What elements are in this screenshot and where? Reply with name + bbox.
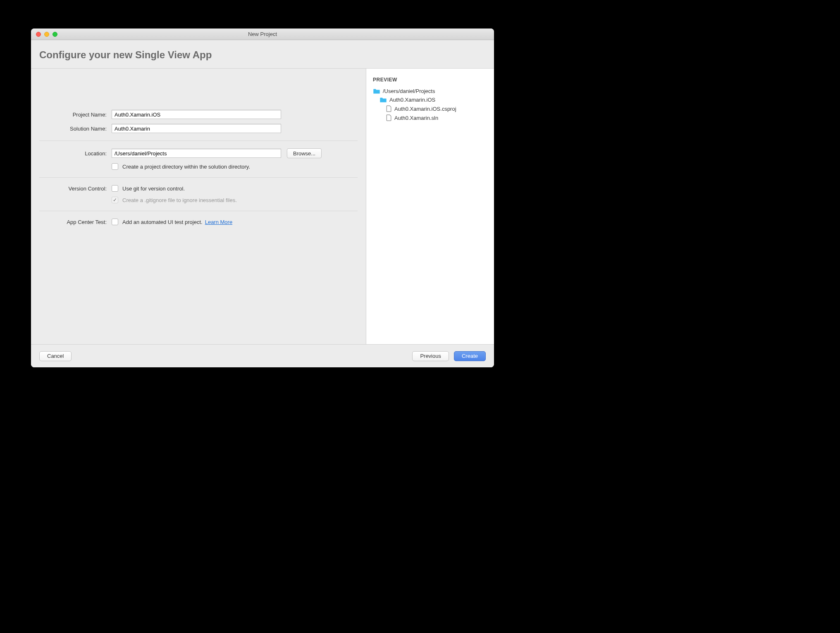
gitignore-label: Create a .gitignore file to ignore iness… bbox=[122, 197, 237, 203]
tree-folder: /Users/daniel/Projects bbox=[373, 87, 487, 95]
section-names: Project Name: Solution Name: bbox=[39, 69, 358, 141]
tree-item-label: /Users/daniel/Projects bbox=[383, 88, 435, 94]
row-use-git: Version Control: Use git for version con… bbox=[39, 185, 358, 192]
row-location: Location: Browse... bbox=[39, 148, 358, 158]
appcenter-label: App Center Test: bbox=[39, 219, 112, 225]
zoom-window-button[interactable] bbox=[52, 32, 57, 37]
section-appcenter: App Center Test: Add an automated UI tes… bbox=[39, 211, 358, 233]
new-project-dialog: New Project Configure your new Single Vi… bbox=[31, 29, 494, 367]
create-button[interactable]: Create bbox=[454, 351, 486, 361]
row-project-name: Project Name: bbox=[39, 110, 358, 119]
use-git-checkbox[interactable] bbox=[112, 185, 118, 192]
window-title: New Project bbox=[31, 31, 494, 37]
row-uitest: App Center Test: Add an automated UI tes… bbox=[39, 219, 358, 225]
project-name-input[interactable] bbox=[112, 110, 281, 119]
learn-more-link[interactable]: Learn More bbox=[205, 219, 232, 225]
project-name-label: Project Name: bbox=[39, 112, 112, 118]
preview-pane: PREVIEW /Users/daniel/Projects Auth0.Xam… bbox=[366, 69, 494, 344]
folder-icon bbox=[373, 88, 380, 94]
section-location: Location: Browse... Create a project dir… bbox=[39, 141, 358, 178]
folder-icon bbox=[379, 97, 387, 103]
dialog-footer: Cancel Previous Create bbox=[31, 344, 494, 367]
tree-item-label: Auth0.Xamarin.iOS.csproj bbox=[394, 106, 456, 112]
row-solution-name: Solution Name: bbox=[39, 124, 358, 133]
solution-name-input[interactable] bbox=[112, 124, 281, 133]
minimize-window-button[interactable] bbox=[44, 32, 49, 37]
version-control-label: Version Control: bbox=[39, 186, 112, 192]
file-icon bbox=[386, 105, 392, 112]
close-window-button[interactable] bbox=[36, 32, 41, 37]
form-pane: Project Name: Solution Name: Location: bbox=[31, 69, 366, 344]
location-input[interactable] bbox=[112, 149, 281, 158]
preview-title: PREVIEW bbox=[373, 77, 487, 83]
tree-item-label: Auth0.Xamarin.sln bbox=[394, 115, 438, 121]
location-label: Location: bbox=[39, 150, 112, 157]
previous-button[interactable]: Previous bbox=[412, 351, 449, 361]
row-create-directory: Create a project directory within the so… bbox=[39, 163, 358, 170]
page-title: Configure your new Single View App bbox=[39, 49, 486, 61]
titlebar: New Project bbox=[31, 29, 494, 40]
dialog-header: Configure your new Single View App bbox=[31, 40, 494, 69]
use-git-label: Use git for version control. bbox=[122, 186, 185, 192]
dialog-body: Project Name: Solution Name: Location: bbox=[31, 69, 494, 344]
tree-folder: Auth0.Xamarin.iOS bbox=[373, 95, 487, 104]
create-directory-label: Create a project directory within the so… bbox=[122, 164, 250, 170]
section-version-control: Version Control: Use git for version con… bbox=[39, 178, 358, 211]
file-icon bbox=[386, 114, 392, 121]
uitest-label: Add an automated UI test project. bbox=[122, 219, 203, 225]
tree-item-label: Auth0.Xamarin.iOS bbox=[389, 97, 435, 103]
create-directory-checkbox[interactable] bbox=[112, 163, 118, 170]
tree-file: Auth0.Xamarin.sln bbox=[373, 113, 487, 122]
tree-file: Auth0.Xamarin.iOS.csproj bbox=[373, 104, 487, 113]
window-controls bbox=[31, 32, 57, 37]
cancel-button[interactable]: Cancel bbox=[39, 351, 72, 361]
gitignore-checkbox bbox=[112, 197, 118, 203]
row-gitignore: Create a .gitignore file to ignore iness… bbox=[39, 197, 358, 203]
uitest-checkbox[interactable] bbox=[112, 219, 118, 225]
solution-name-label: Solution Name: bbox=[39, 126, 112, 132]
browse-button[interactable]: Browse... bbox=[287, 148, 322, 158]
